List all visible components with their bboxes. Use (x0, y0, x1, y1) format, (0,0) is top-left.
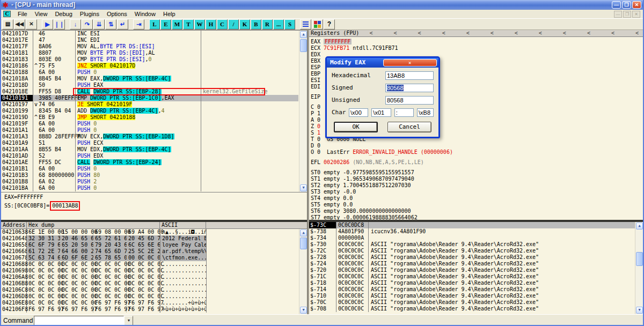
dialog-close-icon[interactable]: ✕ (383, 59, 437, 66)
hexdump-scrollbar[interactable]: ▲ ▼ (299, 229, 307, 314)
register-row[interactable]: O 0 LastErr ERROR_INVALID_HANDLE (000000… (311, 149, 643, 155)
register-row[interactable]: ST7 empty -0.00006198888305664062 (311, 214, 643, 220)
hexdump-row[interactable]: 0421064832 30 31 3220 46 65 6465 72 61 6… (1, 235, 307, 242)
hexdump-row[interactable]: 042106386E 1E 00 0015 00 00 0069 08 00 0… (1, 229, 307, 235)
window-button-T[interactable]: T (183, 19, 194, 29)
stack-row[interactable]: $-7200C0C0C0CASCII "rograma\Adobe\Reader… (309, 267, 643, 273)
hexdump-row[interactable]: 042106B80C 0C 0C 0C0C 0C 0C 0C0C 0C 0C 0… (1, 280, 307, 287)
char-byte-2-field[interactable]: : (394, 108, 414, 117)
window-button-B[interactable]: B (251, 19, 261, 29)
disasm-row[interactable]: 0421017F8A06MOV AL,BYTE PTR DS:[ESI] (1, 43, 298, 50)
stack-row[interactable]: $-71C0C0C0C0CASCII "rograma\Adobe\Reader… (309, 273, 643, 280)
window-button-C[interactable]: C (217, 19, 228, 29)
register-row[interactable]: EAX FFFFFFFF (311, 39, 643, 45)
scroll-up-icon[interactable]: ▲ (300, 31, 307, 38)
window-button-R[interactable]: R (262, 19, 273, 29)
register-row[interactable]: ECX 7C91FB71 ntdll.7C91FB71 (311, 45, 643, 51)
hexdump-row[interactable]: 042106C80C 0C 0C 0C0C 0C 0C 0C0C 0C 0C 0… (1, 287, 307, 293)
mdi-close-button[interactable]: ✕ (632, 11, 640, 18)
stack-row[interactable]: $-7240C0C0C0CASCII "rograma\Adobe\Reader… (309, 261, 643, 267)
disasm-row[interactable]: 042101AD52PUSH EDX (1, 153, 298, 159)
disasm-row[interactable]: 042101998345 B4 04ADD DWORD PTR SS:[EBP-… (1, 108, 298, 114)
menu-item-file[interactable]: File (14, 10, 31, 18)
minimize-button[interactable]: ― (612, 1, 621, 9)
disasm-row[interactable]: 042101B368 80000000PUSH 80 (1, 172, 298, 179)
cancel-button[interactable]: Cancel (387, 122, 431, 132)
hexdump-row[interactable]: 042106E80C 0C 0C 0C0C 0C 0C 0CF6 97 F6 9… (1, 300, 307, 306)
char-byte-0-field[interactable]: \x00 (349, 108, 368, 117)
hexdump-row[interactable]: 042106980C 0C 0C 0C0C 0C 0C 0C0C 0C 0C 0… (1, 268, 307, 274)
disasm-row[interactable]: 04210186^75 F5JNZ SHORT 0421017D (1, 63, 298, 69)
disasm-row[interactable]: 042101BA6A 00PUSH 0 (1, 185, 298, 191)
disasm-row[interactable]: 042101818807MOV BYTE PTR DS:[EDI],AL (1, 50, 298, 56)
stack-row[interactable]: $-7180C0C0C0CASCII "rograma\Adobe\Reader… (309, 280, 643, 286)
hexadecimal-field[interactable]: 13AB8 (385, 71, 434, 80)
window-button-L[interactable]: L (149, 19, 160, 29)
window-button-H[interactable]: H (206, 19, 216, 29)
hexdump-row[interactable]: 042106F8F6 97 F6 97F6 97 F6 97F6 97 F6 9… (1, 306, 307, 313)
hexdump-header-address[interactable]: Address (1, 222, 27, 229)
register-row[interactable]: ST5 empty 0.0 (311, 202, 643, 208)
window-button-K[interactable]: K (239, 19, 250, 29)
stack-row[interactable]: $-72C0C0C0C0CASCII "rograma\Adobe\Reader… (309, 248, 643, 254)
disasm-row[interactable]: 0421019F6A 00PUSH 0 (1, 121, 298, 127)
menu-item-view[interactable]: View (31, 10, 52, 18)
menu-item-help[interactable]: Help (159, 10, 179, 18)
scrollbar-thumb[interactable] (636, 252, 643, 266)
disasm-row[interactable]: 042101913985 40FEFFFFCMP DWORD PTR SS:[E… (1, 95, 298, 101)
disasm-row[interactable]: 042101AA8B55 B4MOV EDX,DWORD PTR SS:[EBP… (1, 146, 298, 153)
disasm-row[interactable]: 0421018EFF55 D8CALL DWORD PTR SS:[EBP-28… (1, 88, 298, 95)
disasm-row[interactable]: 042101AEFF55 DCCALL DWORD PTR SS:[EBP-24… (1, 159, 298, 166)
disassembly-scrollbar[interactable]: ▲ ▼ (299, 31, 307, 192)
register-row[interactable]: ST4 empty 0.0 (311, 195, 643, 202)
stack-row[interactable]: $-7140C0C0C0CASCII "rograma\Adobe\Reader… (309, 286, 643, 293)
hexdump-row[interactable]: 042106880C 0C 0C 0C0C 0C 0C 0C0C 0C 0C 0… (1, 261, 307, 268)
cpu-window-icon[interactable]: C (3, 11, 11, 17)
window-button-W[interactable]: W (194, 19, 205, 29)
scrollbar-thumb[interactable] (300, 39, 307, 52)
char-byte-1-field[interactable]: \x01 (371, 108, 391, 117)
disasm-row[interactable]: 042101B16A 00PUSH 0 (1, 166, 298, 172)
register-row[interactable]: ST0 empty -0.9775985595155951557 (311, 169, 643, 176)
window-button-E[interactable]: E (160, 19, 171, 29)
stack-row[interactable]: $-73C0C0C0DC8 (309, 222, 643, 228)
disasm-row[interactable]: 0421017D46INC ESI (1, 31, 298, 37)
stack-row[interactable]: $-7080C0C0C0CASCII "rograma\Adobe\Reader… (309, 306, 643, 312)
char-byte-3-field[interactable]: \xB8 (417, 108, 434, 117)
scroll-down-icon[interactable]: ▼ (636, 307, 643, 314)
hexdump-row[interactable]: 0421066861 72 2E 7064 66 00 2574 65 6D 7… (1, 248, 307, 255)
mdi-restore-button[interactable]: ❐ (623, 11, 631, 18)
hexdump-row[interactable]: 042106785C 63 74 666D 6F 6E 2E65 78 65 0… (1, 255, 307, 261)
command-input[interactable] (34, 316, 124, 325)
register-row[interactable]: EFL 00200286 (NO,NB,NE,A,S,PE,L,LE) (311, 159, 643, 166)
disasm-row[interactable]: 042101A16A 00PUSH 0 (1, 127, 298, 134)
disasm-row[interactable]: 0421018A8B45 B4MOV EAX,DWORD PTR SS:[EBP… (1, 76, 298, 82)
hexdump-header-ascii[interactable]: ASCII (160, 222, 206, 229)
registers-header[interactable]: Registers (FPU) (311, 30, 359, 36)
scroll-up-icon[interactable]: ▲ (636, 223, 643, 229)
disasm-row[interactable]: 0421017E47INC EDI (1, 37, 298, 43)
menu-item-window[interactable]: Window (131, 10, 159, 18)
disasm-row[interactable]: 042101B86A 02PUSH 2 (1, 179, 298, 185)
open-button[interactable]: ▤ (2, 19, 13, 29)
step-over-button[interactable]: ↷ (82, 19, 93, 29)
scroll-up-icon[interactable]: ▲ (300, 229, 307, 236)
stack-row[interactable]: $-7280C0C0C0CASCII "rograma\Adobe\Reader… (309, 254, 643, 261)
restart-button[interactable]: ◀◀ (14, 19, 25, 29)
hexdump-row[interactable]: 042106D80C 0C 0C 0C0C 0C 0C 0C0C 0C 0C 0… (1, 293, 307, 300)
help-icon[interactable]: ? (324, 19, 335, 29)
appearance-icon[interactable] (312, 19, 323, 29)
command-dropdown-icon[interactable]: ▼ (124, 316, 133, 325)
stack-row[interactable]: $-70C0C0C0C0CASCII "rograma\Adobe\Reader… (309, 299, 643, 306)
disasm-row[interactable]: 0421019D^EB E9JMP SHORT 04210188 (1, 114, 298, 121)
disasm-row[interactable]: 04210197v74 06JE SHORT 0421019F (1, 101, 298, 108)
register-row[interactable]: ST2 empty 1.7004551887512207030 (311, 182, 643, 189)
scroll-down-icon[interactable]: ▼ (300, 184, 307, 191)
restore-button[interactable]: ❐ (622, 1, 631, 9)
scrollbar-thumb[interactable] (300, 238, 307, 249)
menu-item-options[interactable]: Options (103, 10, 131, 18)
unsigned-field[interactable]: 80568 (385, 96, 434, 105)
disasm-row[interactable]: 04210183803E 00CMP BYTE PTR DS:[ESI],0 (1, 56, 298, 63)
stack-row[interactable]: $-7100C0C0C0CASCII "rograma\Adobe\Reader… (309, 293, 643, 299)
options-icon[interactable] (300, 19, 311, 29)
